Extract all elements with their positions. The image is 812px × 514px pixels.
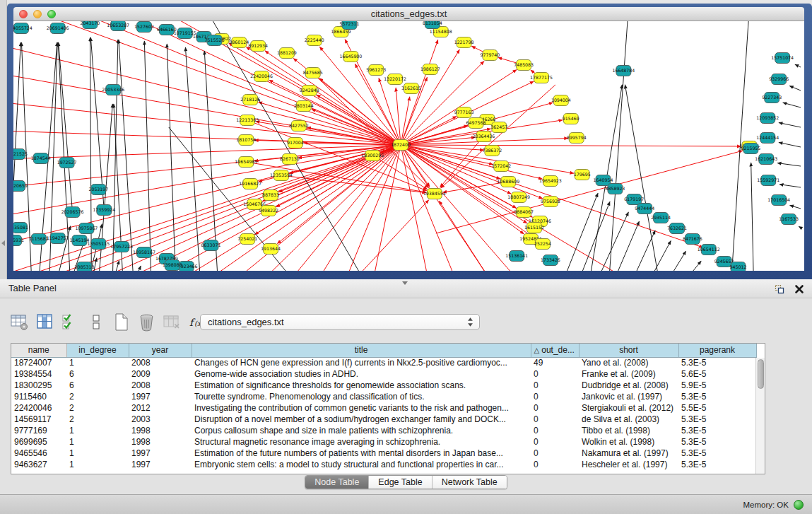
table-cell[interactable]: 2: [66, 391, 129, 402]
network-node[interactable]: 9884067: [514, 207, 534, 218]
table-cell[interactable]: Investigating the contribution of common…: [192, 402, 531, 414]
table-cell[interactable]: 0: [531, 414, 579, 425]
network-node[interactable]: 2620659: [13, 181, 28, 192]
network-node[interactable]: 7515526: [205, 35, 225, 46]
network-node[interactable]: 1986127: [420, 64, 440, 75]
column-visibility-icon[interactable]: [35, 313, 54, 332]
table-cell[interactable]: 5.3E-5: [678, 357, 756, 368]
network-window-titlebar[interactable]: citations_edges.txt: [13, 7, 804, 21]
network-node[interactable]: 17359924: [93, 205, 115, 216]
table-cell[interactable]: 0: [531, 459, 579, 470]
network-node[interactable]: 915469: [563, 114, 579, 124]
table-cell[interactable]: 1: [66, 357, 129, 368]
table-cell[interactable]: Yano et al. (2008): [579, 357, 678, 368]
network-node[interactable]: 12093852: [756, 113, 779, 124]
table-row[interactable]: 977716911998Corpus callosum shape and si…: [11, 425, 756, 436]
network-node[interactable]: 15751074: [771, 53, 794, 64]
network-node[interactable]: 362457: [490, 122, 507, 133]
table-cell[interactable]: 1: [66, 459, 129, 470]
network-node[interactable]: 2043170: [81, 21, 100, 29]
table-cell[interactable]: Wolkin et al. (1998): [579, 436, 678, 448]
table-cell[interactable]: 5.3E-5: [678, 425, 756, 436]
network-node[interactable]: 9227343: [762, 93, 782, 103]
table-cell[interactable]: 1: [66, 425, 129, 436]
table-cell[interactable]: 5.3E-5: [678, 459, 756, 470]
network-node[interactable]: 917004: [287, 138, 304, 148]
table-cell[interactable]: Stergiakouli et al. (2012): [579, 402, 678, 414]
network-node[interactable]: 435081: [13, 223, 28, 233]
table-cell[interactable]: 5.3E-5: [678, 414, 756, 425]
table-cell[interactable]: 9699695: [11, 436, 66, 448]
network-node[interactable]: 9777163: [454, 107, 474, 118]
network-node[interactable]: 2935114: [651, 213, 671, 223]
network-node[interactable]: 14055724: [13, 23, 33, 34]
table-cell[interactable]: 5.5E-5: [678, 402, 756, 414]
column-header-name[interactable]: name: [11, 344, 66, 357]
float-panel-icon[interactable]: [774, 283, 785, 294]
table-cell[interactable]: 1997: [129, 459, 192, 470]
close-window-button[interactable]: [19, 10, 28, 18]
network-node[interactable]: 19384554: [423, 189, 446, 199]
network-node[interactable]: 945012: [730, 262, 747, 271]
table-cell[interactable]: 18300295: [11, 380, 66, 391]
network-node[interactable]: 8215955: [741, 144, 760, 154]
table-cell[interactable]: Hescheler et al. (1997): [579, 459, 678, 470]
table-cell[interactable]: 0: [531, 391, 579, 402]
network-node[interactable]: 1221798: [454, 37, 474, 48]
table-row[interactable]: 1456911722003Disruption of a novel membe…: [11, 414, 756, 425]
table-row[interactable]: 1938455462009Genome-wide association stu…: [11, 368, 756, 380]
network-node[interactable]: 10653287: [107, 21, 129, 31]
table-row[interactable]: 946554611997Estimation of the future num…: [11, 448, 756, 459]
tab-edge-table[interactable]: Edge Table: [369, 476, 432, 489]
table-vertical-scrollbar[interactable]: [755, 358, 765, 474]
node-table[interactable]: namein_degreeyeartitle△out_de...shortpag…: [11, 343, 765, 474]
network-node[interactable]: 17016504: [767, 195, 790, 206]
network-node[interactable]: 1615152: [524, 223, 544, 233]
network-node[interactable]: 5961273: [366, 65, 386, 76]
panel-splitter-arrow-icon[interactable]: [402, 281, 408, 285]
close-panel-icon[interactable]: [794, 283, 805, 294]
table-cell[interactable]: 2008: [129, 357, 192, 368]
collapse-left-arrow-icon[interactable]: [1, 240, 5, 246]
network-node[interactable]: 3162615: [401, 83, 421, 94]
network-node[interactable]: 252254: [534, 239, 551, 250]
table-row[interactable]: 911546021997Tourette syndrome. Phenomeno…: [11, 391, 756, 402]
network-node[interactable]: 7386372: [482, 146, 502, 156]
table-row[interactable]: 969969511998Structural magnetic resonanc…: [11, 436, 756, 448]
network-node[interactable]: 8267130: [280, 154, 300, 165]
network-node[interactable]: 19654923: [539, 176, 562, 187]
table-cell[interactable]: 2008: [129, 380, 192, 391]
network-node[interactable]: 16645900: [340, 52, 363, 62]
zoom-window-button[interactable]: [47, 10, 56, 18]
table-cell[interactable]: 2009: [129, 368, 192, 380]
network-node[interactable]: 8471676: [683, 234, 702, 245]
column-header-out_degree[interactable]: △out_de...: [531, 344, 579, 357]
table-cell[interactable]: Estimation of significance thresholds fo…: [192, 380, 531, 391]
network-node[interactable]: 10688609: [497, 177, 519, 187]
left-panel-splitter[interactable]: [0, 0, 7, 279]
table-cell[interactable]: 1: [66, 436, 129, 448]
column-header-pagerank[interactable]: pagerank: [678, 344, 756, 357]
select-columns-icon[interactable]: [61, 313, 80, 332]
network-node[interactable]: 1167533: [779, 214, 799, 225]
table-cell[interactable]: 9465546: [11, 448, 66, 459]
network-canvas[interactable]: 1872400183002951938455422420046271812612…: [13, 21, 804, 271]
table-cell[interactable]: 5.3E-5: [678, 436, 756, 448]
column-header-title[interactable]: title: [192, 344, 531, 357]
network-node[interactable]: 20691406: [47, 23, 69, 34]
table-cell[interactable]: 9777169: [11, 425, 66, 436]
network-node[interactable]: 8912934: [248, 41, 268, 52]
table-cell[interactable]: 0: [531, 425, 579, 436]
network-node[interactable]: 8131054: [423, 21, 442, 29]
table-cell[interactable]: Changes of HCN gene expression and I(f) …: [192, 357, 531, 368]
network-node[interactable]: 15136141: [505, 251, 528, 262]
table-cell[interactable]: 5.6E-5: [678, 368, 756, 380]
table-cell[interactable]: Franke et al. (2009): [579, 368, 678, 380]
table-cell[interactable]: Corpus callosum shape and size in male p…: [192, 425, 531, 436]
network-node[interactable]: 1972527: [57, 158, 77, 168]
network-node[interactable]: 1398088: [163, 260, 182, 271]
network-node[interactable]: 7254021: [237, 234, 257, 245]
minimize-window-button[interactable]: [33, 10, 42, 18]
delete-table-icon[interactable]: [137, 313, 156, 332]
table-row[interactable]: 1872400712008Changes of HCN gene express…: [11, 357, 756, 368]
